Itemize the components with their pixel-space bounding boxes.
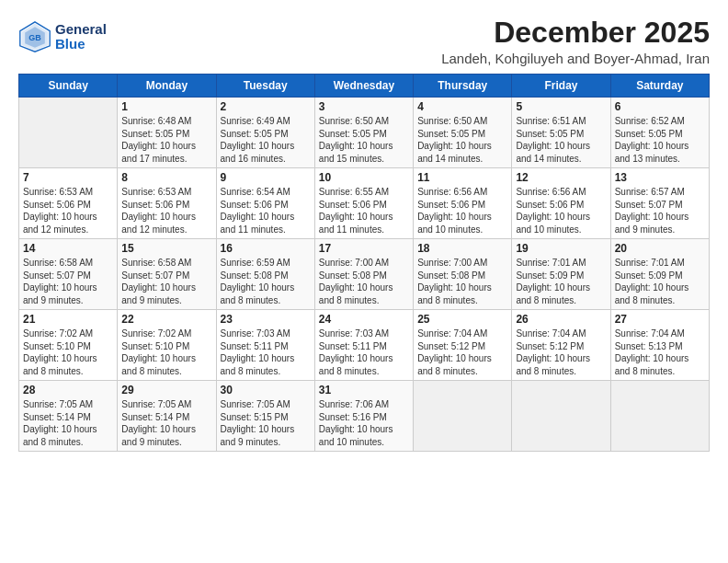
day-of-week-header: Tuesday bbox=[216, 75, 314, 98]
calendar-cell: 15Sunrise: 6:58 AM Sunset: 5:07 PM Dayli… bbox=[118, 239, 216, 310]
calendar-cell: 27Sunrise: 7:04 AM Sunset: 5:13 PM Dayli… bbox=[610, 310, 709, 381]
day-number: 20 bbox=[615, 242, 705, 255]
day-number: 9 bbox=[221, 171, 311, 184]
subtitle: Landeh, Kohgiluyeh and Boyer-Ahmad, Iran bbox=[441, 51, 710, 66]
main-title: December 2025 bbox=[441, 17, 710, 49]
day-info: Sunrise: 6:53 AM Sunset: 5:06 PM Dayligh… bbox=[121, 186, 211, 236]
calendar-cell: 9Sunrise: 6:54 AM Sunset: 5:06 PM Daylig… bbox=[216, 168, 314, 239]
day-number: 27 bbox=[615, 313, 705, 326]
calendar-cell: 24Sunrise: 7:03 AM Sunset: 5:11 PM Dayli… bbox=[314, 310, 413, 381]
calendar-cell: 14Sunrise: 6:58 AM Sunset: 5:07 PM Dayli… bbox=[19, 239, 118, 310]
calendar-week-row: 1Sunrise: 6:48 AM Sunset: 5:05 PM Daylig… bbox=[19, 98, 710, 168]
day-number: 21 bbox=[23, 313, 113, 326]
day-info: Sunrise: 7:03 AM Sunset: 5:11 PM Dayligh… bbox=[221, 327, 311, 377]
logo-icon: GB bbox=[18, 20, 51, 53]
day-number: 26 bbox=[516, 313, 606, 326]
calendar-cell: 25Sunrise: 7:04 AM Sunset: 5:12 PM Dayli… bbox=[414, 310, 512, 381]
header-row: GB General Blue December 2025 Landeh, Ko… bbox=[18, 17, 710, 66]
day-info: Sunrise: 6:56 AM Sunset: 5:06 PM Dayligh… bbox=[417, 186, 507, 236]
calendar-cell bbox=[512, 381, 610, 452]
calendar-cell: 7Sunrise: 6:53 AM Sunset: 5:06 PM Daylig… bbox=[19, 168, 118, 239]
day-number: 10 bbox=[319, 171, 409, 184]
day-number: 23 bbox=[221, 313, 311, 326]
calendar-week-row: 14Sunrise: 6:58 AM Sunset: 5:07 PM Dayli… bbox=[19, 239, 710, 310]
calendar-cell: 20Sunrise: 7:01 AM Sunset: 5:09 PM Dayli… bbox=[610, 239, 709, 310]
day-of-week-header: Sunday bbox=[19, 75, 118, 98]
day-info: Sunrise: 7:03 AM Sunset: 5:11 PM Dayligh… bbox=[319, 327, 409, 377]
calendar-week-row: 28Sunrise: 7:05 AM Sunset: 5:14 PM Dayli… bbox=[19, 381, 710, 452]
calendar-cell: 3Sunrise: 6:50 AM Sunset: 5:05 PM Daylig… bbox=[314, 98, 413, 168]
calendar-cell: 29Sunrise: 7:05 AM Sunset: 5:14 PM Dayli… bbox=[118, 381, 216, 452]
day-number: 22 bbox=[121, 313, 211, 326]
day-info: Sunrise: 7:04 AM Sunset: 5:13 PM Dayligh… bbox=[615, 327, 705, 377]
calendar-cell: 17Sunrise: 7:00 AM Sunset: 5:08 PM Dayli… bbox=[314, 239, 413, 310]
day-info: Sunrise: 6:50 AM Sunset: 5:05 PM Dayligh… bbox=[319, 115, 409, 165]
day-number: 12 bbox=[516, 171, 606, 184]
day-number: 29 bbox=[121, 384, 211, 396]
calendar-cell: 5Sunrise: 6:51 AM Sunset: 5:05 PM Daylig… bbox=[512, 98, 610, 168]
calendar-body: 1Sunrise: 6:48 AM Sunset: 5:05 PM Daylig… bbox=[19, 98, 710, 452]
day-number: 25 bbox=[417, 313, 507, 326]
day-info: Sunrise: 6:52 AM Sunset: 5:05 PM Dayligh… bbox=[615, 115, 705, 165]
svg-text:GB: GB bbox=[28, 33, 41, 42]
calendar-cell: 16Sunrise: 6:59 AM Sunset: 5:08 PM Dayli… bbox=[216, 239, 314, 310]
day-of-week-header: Wednesday bbox=[314, 75, 413, 98]
day-header-row: SundayMondayTuesdayWednesdayThursdayFrid… bbox=[19, 75, 710, 98]
day-number: 19 bbox=[516, 242, 606, 255]
calendar-cell: 2Sunrise: 6:49 AM Sunset: 5:05 PM Daylig… bbox=[216, 98, 314, 168]
calendar-cell: 23Sunrise: 7:03 AM Sunset: 5:11 PM Dayli… bbox=[216, 310, 314, 381]
logo-line2: Blue bbox=[55, 37, 107, 52]
calendar-cell: 1Sunrise: 6:48 AM Sunset: 5:05 PM Daylig… bbox=[118, 98, 216, 168]
day-number: 6 bbox=[615, 100, 705, 113]
day-of-week-header: Monday bbox=[118, 75, 216, 98]
calendar-cell: 22Sunrise: 7:02 AM Sunset: 5:10 PM Dayli… bbox=[118, 310, 216, 381]
day-number: 18 bbox=[417, 242, 507, 255]
calendar-cell: 30Sunrise: 7:05 AM Sunset: 5:15 PM Dayli… bbox=[216, 381, 314, 452]
day-of-week-header: Thursday bbox=[414, 75, 512, 98]
calendar-week-row: 7Sunrise: 6:53 AM Sunset: 5:06 PM Daylig… bbox=[19, 168, 710, 239]
day-info: Sunrise: 7:01 AM Sunset: 5:09 PM Dayligh… bbox=[615, 257, 705, 306]
day-info: Sunrise: 7:04 AM Sunset: 5:12 PM Dayligh… bbox=[516, 327, 606, 377]
calendar-cell: 4Sunrise: 6:50 AM Sunset: 5:05 PM Daylig… bbox=[414, 98, 512, 168]
day-info: Sunrise: 6:51 AM Sunset: 5:05 PM Dayligh… bbox=[516, 115, 606, 165]
day-info: Sunrise: 7:05 AM Sunset: 5:14 PM Dayligh… bbox=[23, 398, 113, 448]
day-number: 11 bbox=[417, 171, 507, 184]
logo: GB General Blue bbox=[18, 20, 107, 53]
day-info: Sunrise: 6:54 AM Sunset: 5:06 PM Dayligh… bbox=[221, 186, 311, 236]
calendar-table: SundayMondayTuesdayWednesdayThursdayFrid… bbox=[18, 74, 710, 452]
day-number: 14 bbox=[23, 242, 113, 255]
calendar-cell: 31Sunrise: 7:06 AM Sunset: 5:16 PM Dayli… bbox=[314, 381, 413, 452]
day-number: 13 bbox=[615, 171, 705, 184]
day-info: Sunrise: 6:50 AM Sunset: 5:05 PM Dayligh… bbox=[417, 115, 507, 165]
day-info: Sunrise: 7:01 AM Sunset: 5:09 PM Dayligh… bbox=[516, 257, 606, 306]
day-info: Sunrise: 7:05 AM Sunset: 5:15 PM Dayligh… bbox=[221, 398, 311, 448]
day-of-week-header: Saturday bbox=[610, 75, 709, 98]
day-info: Sunrise: 6:55 AM Sunset: 5:06 PM Dayligh… bbox=[319, 186, 409, 236]
calendar-header: SundayMondayTuesdayWednesdayThursdayFrid… bbox=[19, 75, 710, 98]
day-info: Sunrise: 6:48 AM Sunset: 5:05 PM Dayligh… bbox=[121, 115, 211, 165]
logo-line1: General bbox=[55, 22, 107, 38]
day-number: 5 bbox=[516, 100, 606, 113]
day-info: Sunrise: 6:59 AM Sunset: 5:08 PM Dayligh… bbox=[221, 257, 311, 306]
calendar-cell: 11Sunrise: 6:56 AM Sunset: 5:06 PM Dayli… bbox=[414, 168, 512, 239]
day-info: Sunrise: 6:58 AM Sunset: 5:07 PM Dayligh… bbox=[23, 257, 113, 306]
day-number: 24 bbox=[319, 313, 409, 326]
calendar-cell: 13Sunrise: 6:57 AM Sunset: 5:07 PM Dayli… bbox=[610, 168, 709, 239]
day-number: 2 bbox=[221, 100, 311, 113]
calendar-cell: 8Sunrise: 6:53 AM Sunset: 5:06 PM Daylig… bbox=[118, 168, 216, 239]
day-info: Sunrise: 7:00 AM Sunset: 5:08 PM Dayligh… bbox=[417, 257, 507, 306]
day-number: 16 bbox=[221, 242, 311, 255]
calendar-cell: 21Sunrise: 7:02 AM Sunset: 5:10 PM Dayli… bbox=[19, 310, 118, 381]
day-number: 31 bbox=[319, 384, 409, 396]
page-container: GB General Blue December 2025 Landeh, Ko… bbox=[0, 0, 728, 461]
calendar-cell: 28Sunrise: 7:05 AM Sunset: 5:14 PM Dayli… bbox=[19, 381, 118, 452]
day-number: 8 bbox=[121, 171, 211, 184]
calendar-cell: 19Sunrise: 7:01 AM Sunset: 5:09 PM Dayli… bbox=[512, 239, 610, 310]
day-info: Sunrise: 6:49 AM Sunset: 5:05 PM Dayligh… bbox=[221, 115, 311, 165]
day-info: Sunrise: 7:02 AM Sunset: 5:10 PM Dayligh… bbox=[121, 327, 211, 377]
day-info: Sunrise: 7:00 AM Sunset: 5:08 PM Dayligh… bbox=[319, 257, 409, 306]
day-number: 3 bbox=[319, 100, 409, 113]
calendar-cell: 18Sunrise: 7:00 AM Sunset: 5:08 PM Dayli… bbox=[414, 239, 512, 310]
day-of-week-header: Friday bbox=[512, 75, 610, 98]
calendar-cell: 6Sunrise: 6:52 AM Sunset: 5:05 PM Daylig… bbox=[610, 98, 709, 168]
